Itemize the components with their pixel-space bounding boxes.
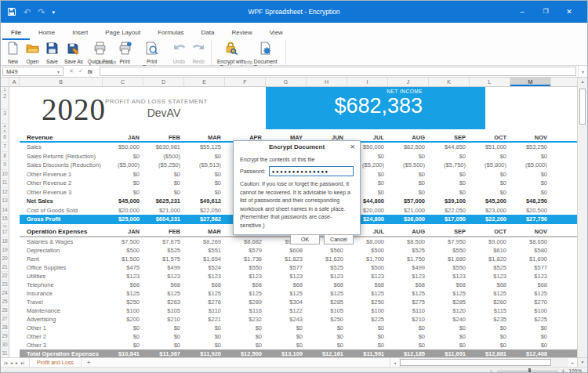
cell-other-revenue-3-oct[interactable]: $0 — [470, 189, 510, 196]
cell-salaries-wages-feb[interactable]: $7,875 — [143, 238, 184, 245]
close-button[interactable]: ✕ — [557, 1, 581, 23]
cell-net-sales-mar[interactable]: $49,612 — [184, 197, 225, 205]
cell-sales-nov[interactable]: $53,250 — [510, 143, 551, 150]
vertical-scrollbar[interactable]: ▲ — [577, 78, 587, 357]
row-header-12[interactable]: 12 — [1, 188, 9, 197]
cell-salaries-wages-nov[interactable]: $8,650 — [510, 238, 551, 245]
cell-net-sales-sep[interactable]: $39,100 — [429, 197, 470, 205]
tab-home[interactable]: Home — [30, 26, 64, 40]
cell-sales-returns-reduction-aug[interactable]: $0 — [388, 153, 429, 160]
cell-other-2-aug[interactable]: $0 — [388, 333, 429, 340]
cell-sales-returns-reduction-mar[interactable]: $0 — [184, 153, 225, 160]
cell-depreciation-may[interactable]: $608 — [266, 247, 307, 254]
tab-formulas[interactable]: Formulas — [149, 26, 192, 40]
cell-total-operation-expenses-sep[interactable]: $11,691 — [429, 350, 470, 357]
cell-other-revenue-3-nov[interactable]: $0 — [510, 189, 551, 196]
cell-other-2-jun[interactable]: $0 — [307, 333, 347, 340]
cell-other-revenue-3-jan[interactable]: $0 — [103, 189, 143, 196]
month-header-nov[interactable]: NOV — [510, 134, 551, 141]
cell-cost-of-goods-sold-aug[interactable]: $21,000 — [388, 207, 429, 214]
cell-salaries-wages-oct[interactable]: $9,000 — [470, 238, 510, 245]
cell-advertising-aug[interactable]: $210 — [388, 316, 429, 323]
cell-utilities-jul[interactable]: $123 — [347, 273, 388, 280]
last-sheet-icon[interactable]: ▸| — [21, 360, 24, 365]
column-header-i[interactable]: I — [347, 78, 388, 86]
cell-rent-feb[interactable]: $1,575 — [143, 255, 184, 263]
cell-other-revenue-3-sep[interactable]: $0 — [429, 189, 470, 196]
row-label[interactable]: Gross Profit — [20, 215, 103, 223]
row-header-27[interactable]: 27 — [1, 315, 9, 324]
cell-sales-discounts-reduction-sep[interactable]: ($5,750) — [429, 161, 470, 168]
cell-depreciation-aug[interactable]: $525 — [388, 247, 429, 254]
cell-telephone-jun[interactable]: $68 — [307, 281, 347, 288]
cell-maintenance-nov[interactable]: $100 — [510, 307, 551, 314]
cell-sales-discounts-reduction-nov[interactable]: ($5,000) — [510, 161, 551, 168]
maximize-button[interactable]: ❐ — [534, 1, 557, 23]
row-header-21[interactable]: 21 — [1, 263, 9, 272]
row-header-3[interactable]: 3 — [1, 110, 9, 124]
cell-maintenance-feb[interactable]: $105 — [143, 307, 184, 314]
cell-advertising-jun[interactable]: $250 — [307, 316, 347, 323]
cell-maintenance-jul[interactable]: $100 — [347, 307, 388, 314]
cell-sales-mar[interactable]: $55,125 — [184, 143, 225, 150]
cell-other-revenue-1-nov[interactable]: $0 — [510, 171, 551, 178]
row-label[interactable]: Utilities — [20, 273, 103, 280]
cell-other-3-aug[interactable]: $0 — [388, 342, 429, 349]
column-header-l[interactable]: L — [470, 78, 510, 86]
row-header-20[interactable]: 20 — [1, 255, 9, 263]
cell-gross-profit-sep[interactable]: $17,050 — [429, 215, 470, 223]
cell-other-revenue-2-aug[interactable]: $0 — [388, 179, 429, 186]
row-header-2[interactable]: 2 — [1, 92, 9, 110]
cell-office-supplies-may[interactable]: $577 — [266, 264, 307, 271]
cell-telephone-jul[interactable]: $68 — [347, 281, 388, 288]
cell-total-operation-expenses-aug[interactable]: $12,185 — [388, 350, 429, 357]
cell-other-revenue-1-sep[interactable]: $0 — [429, 171, 470, 178]
horizontal-scroll-thumb[interactable] — [400, 359, 551, 366]
row-label[interactable]: Total Operation Expenses — [20, 350, 103, 357]
cell-rent-mar[interactable]: $1,654 — [184, 255, 225, 263]
cell-cost-of-goods-sold-sep[interactable]: $22,050 — [429, 207, 470, 214]
cell-other-revenue-2-nov[interactable]: $0 — [510, 179, 551, 186]
row-header-6[interactable]: 6 — [1, 133, 9, 143]
cell-rent-sep[interactable]: $1,680 — [429, 255, 470, 263]
month-header-sep[interactable]: SEP — [429, 134, 470, 141]
ok-button[interactable]: OK — [290, 234, 320, 244]
cell-office-supplies-aug[interactable]: $499 — [388, 264, 429, 271]
row-label[interactable]: Cost of Goods Sold — [20, 207, 103, 214]
cell-net-sales-feb[interactable]: $625,231 — [143, 197, 184, 205]
tab-data[interactable]: Data — [193, 26, 223, 40]
cell-other-1-feb[interactable]: $0 — [143, 324, 184, 331]
row-label[interactable]: Advertising — [20, 316, 103, 323]
cell-utilities-may[interactable]: $123 — [266, 273, 307, 280]
month-header-mar[interactable]: MAR — [184, 134, 225, 141]
cell-utilities-mar[interactable]: $123 — [184, 273, 225, 280]
cell-other-revenue-1-mar[interactable]: $0 — [184, 171, 225, 178]
cell-total-operation-expenses-jun[interactable]: $12,161 — [307, 350, 347, 357]
column-header-h[interactable]: H — [307, 78, 347, 86]
cell-depreciation-mar[interactable]: $551 — [184, 247, 225, 254]
cell-sales-discounts-reduction-mar[interactable]: ($5,513) — [184, 161, 225, 168]
row-header-19[interactable]: 19 — [1, 246, 9, 255]
cell-other-2-may[interactable]: $0 — [266, 333, 307, 340]
month-header-oct[interactable]: OCT — [470, 134, 510, 141]
formula-input[interactable] — [100, 67, 576, 76]
zoom-slider-thumb[interactable] — [528, 368, 531, 373]
cell-telephone-nov[interactable]: $68 — [510, 281, 551, 288]
cell-total-operation-expenses-may[interactable]: $13,109 — [266, 350, 307, 357]
scroll-right-icon[interactable]: ▸ — [568, 360, 577, 365]
tab-view[interactable]: View — [261, 26, 292, 40]
cell-travel-jun[interactable]: $285 — [307, 299, 347, 306]
cell-sales-discounts-reduction-aug[interactable]: ($5,500) — [388, 161, 429, 168]
cell-salaries-wages-jan[interactable]: $7,500 — [103, 238, 143, 245]
cell-cost-of-goods-sold-nov[interactable]: $20,500 — [510, 207, 551, 214]
cell-depreciation-sep[interactable]: $550 — [429, 247, 470, 254]
cell-rent-apr[interactable]: $1,736 — [225, 255, 266, 263]
cell-other-3-may[interactable]: $0 — [266, 342, 307, 349]
cell-rent-jul[interactable]: $1,700 — [347, 255, 388, 263]
column-header-g[interactable]: G — [266, 78, 307, 86]
cancel-button[interactable]: Cancel — [324, 234, 354, 244]
cell-utilities-jan[interactable]: $123 — [103, 273, 143, 280]
cell-other-1-nov[interactable]: $0 — [510, 324, 551, 331]
cell-insurance-may[interactable]: $125 — [266, 290, 307, 297]
column-header-a[interactable]: A — [9, 78, 20, 86]
